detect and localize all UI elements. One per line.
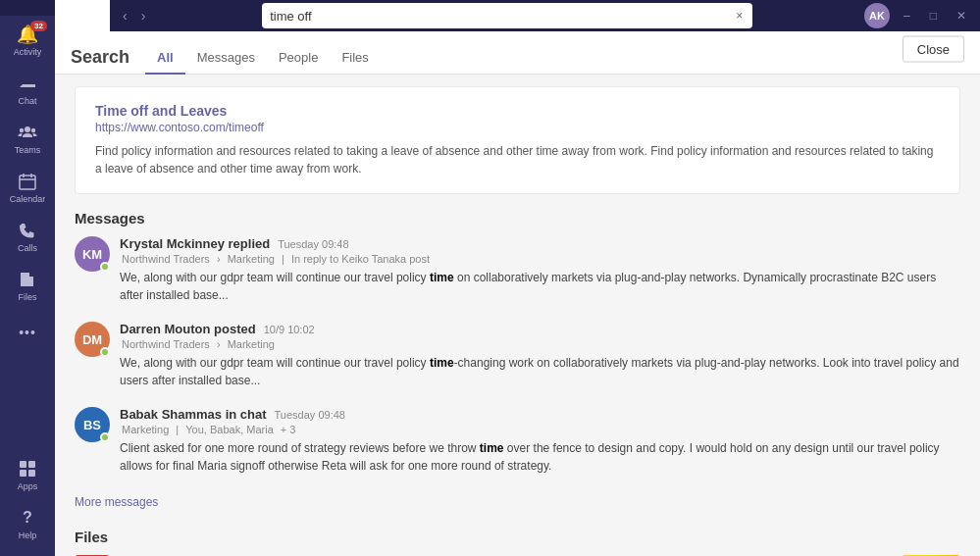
avatar: KM bbox=[75, 236, 110, 272]
titlebar: ‹ › × AK – □ ✕ bbox=[110, 0, 980, 31]
msg-text: We, along with our gdpr team will contin… bbox=[120, 354, 960, 389]
msg-text: We, along with our gdpr team will contin… bbox=[120, 269, 960, 304]
help-icon: ? bbox=[17, 507, 38, 529]
context-sep1: | bbox=[176, 424, 181, 435]
context-channel: Marketing bbox=[228, 253, 275, 265]
msg-highlight: time bbox=[480, 441, 504, 455]
context-team: Marketing bbox=[122, 424, 169, 435]
sidebar-item-teams[interactable]: Teams bbox=[0, 114, 55, 163]
activity-badge: 32 bbox=[30, 21, 47, 31]
sidebar-item-calls[interactable]: Calls bbox=[0, 212, 55, 261]
msg-context: Northwind Traders › Marketing bbox=[120, 338, 960, 350]
avatar: DM bbox=[75, 322, 110, 357]
svg-rect-9 bbox=[20, 470, 26, 477]
status-indicator bbox=[100, 432, 110, 442]
message-header: Krystal Mckinney replied Tuesday 09:48 bbox=[120, 236, 960, 251]
activity-label: Activity bbox=[14, 47, 42, 57]
sidebar-top bbox=[0, 0, 55, 16]
titlebar-actions: AK – □ ✕ bbox=[864, 3, 972, 28]
sidebar-item-activity[interactable]: 🔔 32 Activity bbox=[0, 16, 55, 65]
main-content: Search All Messages People Files Close T… bbox=[55, 31, 980, 556]
page-title: Search bbox=[71, 47, 129, 68]
sidebar-item-chat[interactable]: Chat bbox=[0, 65, 55, 114]
messages-section-header: Messages bbox=[75, 210, 960, 227]
message-item: KM Krystal Mckinney replied Tuesday 09:4… bbox=[75, 236, 960, 304]
msg-author: Babak Shammas in chat bbox=[120, 407, 267, 422]
context-sep2: | bbox=[282, 253, 287, 265]
forward-button[interactable]: › bbox=[136, 6, 151, 25]
avatar: BS bbox=[75, 407, 110, 442]
sidebar-item-calendar[interactable]: Calendar bbox=[0, 163, 55, 212]
sidebar: 🔔 32 Activity Chat Teams Calendar Calls … bbox=[0, 0, 55, 556]
top-result-desc: Find policy information and resources re… bbox=[95, 142, 940, 177]
msg-time: 10/9 10:02 bbox=[264, 324, 315, 335]
msg-context: Marketing | You, Babak, Maria + 3 bbox=[120, 424, 960, 435]
context-sep1: › bbox=[217, 338, 224, 350]
teams-label: Teams bbox=[15, 145, 41, 155]
back-button[interactable]: ‹ bbox=[118, 6, 132, 25]
svg-point-2 bbox=[31, 128, 35, 132]
search-input[interactable] bbox=[270, 9, 734, 24]
calls-label: Calls bbox=[18, 243, 37, 253]
tab-files[interactable]: Files bbox=[330, 42, 380, 75]
sidebar-item-apps[interactable]: Apps bbox=[0, 450, 55, 499]
calendar-label: Calendar bbox=[10, 194, 46, 204]
msg-time: Tuesday 09:48 bbox=[278, 238, 348, 250]
search-tabs: All Messages People Files bbox=[145, 41, 381, 74]
tab-people[interactable]: People bbox=[267, 42, 330, 75]
context-channel: You, Babak, Maria bbox=[185, 424, 273, 435]
chat-icon bbox=[17, 73, 38, 94]
msg-context: Northwind Traders › Marketing | In reply… bbox=[120, 253, 960, 265]
search-close-button[interactable]: Close bbox=[903, 35, 964, 62]
apps-icon bbox=[17, 458, 38, 480]
sidebar-more[interactable]: ••• bbox=[0, 314, 55, 351]
files-label: Files bbox=[18, 292, 36, 302]
search-bar-container: × bbox=[262, 3, 752, 28]
context-team: Northwind Traders bbox=[122, 338, 210, 350]
msg-text-before: We, along with our gdpr team will contin… bbox=[120, 271, 430, 284]
calls-icon bbox=[17, 220, 38, 241]
teams-icon bbox=[17, 122, 38, 143]
svg-rect-8 bbox=[28, 461, 35, 468]
search-bar: × bbox=[262, 3, 752, 28]
msg-text-before: We, along with our gdpr team will contin… bbox=[120, 356, 430, 370]
titlebar-nav: ‹ › bbox=[118, 6, 150, 25]
window-close-button[interactable]: ✕ bbox=[951, 7, 972, 25]
msg-time: Tuesday 09:48 bbox=[275, 409, 345, 421]
clear-search-button[interactable]: × bbox=[734, 9, 745, 23]
tab-all[interactable]: All bbox=[145, 42, 185, 75]
files-icon bbox=[17, 269, 38, 290]
maximize-button[interactable]: □ bbox=[924, 7, 943, 25]
minimize-button[interactable]: – bbox=[898, 7, 916, 25]
message-item: BS Babak Shammas in chat Tuesday 09:48 M… bbox=[75, 407, 960, 475]
help-label: Help bbox=[19, 531, 37, 540]
context-sep1: › bbox=[217, 253, 224, 265]
msg-highlight: time bbox=[430, 356, 454, 370]
top-result-title[interactable]: Time off and Leaves bbox=[95, 103, 940, 119]
context-channel: Marketing bbox=[228, 338, 275, 350]
msg-text: Client asked for one more round of strat… bbox=[120, 439, 960, 475]
top-result-card: Time off and Leaves https://www.contoso.… bbox=[75, 86, 960, 194]
search-header: Search All Messages People Files Close bbox=[55, 31, 980, 75]
message-item: DM Darren Mouton posted 10/9 10:02 North… bbox=[75, 322, 960, 389]
message-header: Darren Mouton posted 10/9 10:02 bbox=[120, 322, 960, 336]
message-header: Babak Shammas in chat Tuesday 09:48 bbox=[120, 407, 960, 422]
files-section-header: Files bbox=[75, 529, 960, 545]
svg-rect-3 bbox=[20, 176, 35, 189]
more-icon: ••• bbox=[17, 322, 38, 343]
results-area: Time off and Leaves https://www.contoso.… bbox=[55, 75, 980, 556]
more-messages-link[interactable]: More messages bbox=[75, 495, 158, 509]
status-indicator bbox=[100, 347, 110, 357]
sidebar-item-files[interactable]: Files bbox=[0, 261, 55, 310]
calendar-icon bbox=[17, 171, 38, 192]
avatar[interactable]: AK bbox=[864, 3, 890, 28]
tab-messages[interactable]: Messages bbox=[185, 42, 267, 75]
message-body: Babak Shammas in chat Tuesday 09:48 Mark… bbox=[120, 407, 960, 475]
sidebar-bottom: Apps ? Help bbox=[0, 450, 55, 556]
context-extra: In reply to Keiko Tanaka post bbox=[291, 253, 430, 265]
status-indicator bbox=[100, 262, 110, 272]
top-result-url: https://www.contoso.com/timeoff bbox=[95, 121, 940, 134]
msg-highlight: time bbox=[430, 271, 454, 284]
sidebar-item-help[interactable]: ? Help bbox=[0, 499, 55, 548]
msg-author: Darren Mouton posted bbox=[120, 322, 256, 336]
